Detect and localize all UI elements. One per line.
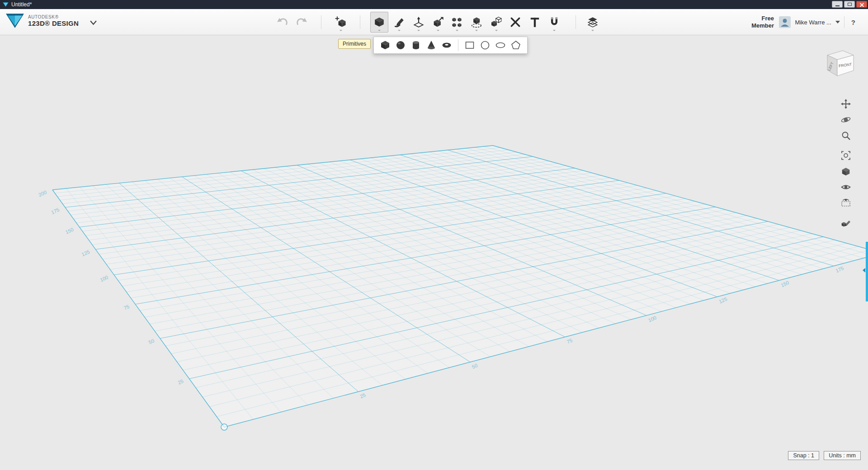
- membership-line1: Free: [751, 15, 774, 22]
- svg-text:50: 50: [471, 362, 478, 370]
- edit-material-button[interactable]: [840, 217, 852, 230]
- window-title: Untitled*: [11, 1, 32, 8]
- sketch-circle-button[interactable]: [477, 38, 493, 52]
- ellipse-icon: [495, 40, 506, 51]
- brand-autodesk: AUTODESK®: [28, 14, 79, 19]
- svg-text:25: 25: [359, 392, 366, 399]
- viewport-3d[interactable]: 2525505075751001001251251501501751752002…: [0, 35, 868, 470]
- svg-text:175: 175: [50, 207, 60, 215]
- minimize-icon: [835, 5, 840, 6]
- brand-123d-design: 123D® DESIGN: [28, 19, 79, 27]
- autodesk-123d-logo-icon: [5, 13, 24, 29]
- undo-button[interactable]: [274, 12, 292, 33]
- box-icon: [380, 40, 391, 51]
- svg-text:75: 75: [123, 304, 130, 311]
- torus-icon: [441, 40, 452, 51]
- viewport-edge-arrow-icon[interactable]: [863, 268, 865, 273]
- maximize-icon: [848, 3, 852, 6]
- pan-button[interactable]: [840, 98, 852, 110]
- svg-text:125: 125: [718, 296, 728, 304]
- visibility-button[interactable]: [840, 181, 852, 193]
- close-button[interactable]: [856, 1, 867, 8]
- transform-tool-button[interactable]: [332, 12, 350, 33]
- zoom-button[interactable]: [840, 129, 852, 142]
- modify-tool-button[interactable]: [429, 12, 447, 33]
- window-controls: [832, 1, 867, 8]
- primitives-tool-button[interactable]: [370, 12, 388, 33]
- snap-magnet-icon: [548, 16, 560, 28]
- svg-text:200: 200: [38, 189, 47, 197]
- sketch-ellipse-button[interactable]: [493, 38, 508, 52]
- redo-button[interactable]: [292, 12, 311, 33]
- main-menu-chevron-icon[interactable]: [90, 20, 97, 25]
- sketch-rectangle-button[interactable]: [462, 38, 477, 52]
- membership-status: Free Member: [751, 15, 774, 30]
- main-toolbar: AUTODESK® 123D® DESIGN: [0, 9, 868, 35]
- svg-text:25: 25: [177, 378, 184, 385]
- snap-tool-button[interactable]: [545, 12, 563, 33]
- brand-text: AUTODESK® 123D® DESIGN: [28, 14, 79, 27]
- svg-text:125: 125: [81, 249, 91, 257]
- orbit-button[interactable]: [840, 113, 852, 126]
- sketch-icon: [393, 16, 405, 28]
- combine-tool-button[interactable]: [487, 12, 505, 33]
- maximize-button[interactable]: [844, 1, 855, 8]
- sphere-icon: [395, 40, 406, 51]
- polygon-icon: [510, 40, 521, 51]
- sketch-tool-button[interactable]: [390, 12, 408, 33]
- help-button[interactable]: ?: [849, 19, 858, 26]
- text-tool-icon: [529, 16, 541, 28]
- grouping-tool-button[interactable]: [467, 12, 486, 33]
- svg-text:150: 150: [65, 226, 75, 235]
- workplane-grid[interactable]: 2525505075751001001251251501501751752002…: [0, 35, 868, 470]
- pattern-tool-button[interactable]: [448, 12, 466, 33]
- user-account-area: Mike Warre ... ?: [779, 9, 858, 35]
- redo-icon: [295, 17, 308, 28]
- measure-tool-button[interactable]: [506, 12, 524, 33]
- eye-icon: [841, 182, 851, 192]
- orbit-icon: [841, 115, 851, 125]
- primitive-box-button[interactable]: [377, 38, 393, 52]
- svg-text:100: 100: [647, 315, 657, 323]
- cone-icon: [426, 40, 437, 51]
- primitive-cone-button[interactable]: [424, 38, 439, 52]
- grouping-icon: [471, 16, 482, 28]
- view-cube[interactable]: LEFT FRONT: [822, 45, 858, 83]
- viewport-edge-indicator[interactable]: [866, 242, 868, 301]
- user-menu-chevron-icon[interactable]: [835, 21, 840, 24]
- primitive-sphere-button[interactable]: [393, 38, 408, 52]
- primitives-flyout: [373, 37, 528, 54]
- toolbar-separator: [360, 15, 360, 29]
- toolbar-separator: [844, 16, 844, 28]
- cylinder-icon: [410, 40, 421, 51]
- hidden-edges-button[interactable]: [840, 196, 852, 209]
- user-avatar[interactable]: [779, 16, 791, 28]
- titlebar: Untitled*: [0, 0, 868, 9]
- primitive-cylinder-button[interactable]: [408, 38, 424, 52]
- primitive-torus-button[interactable]: [439, 38, 454, 52]
- material-pencil-icon: [841, 218, 851, 228]
- minimize-button[interactable]: [832, 1, 843, 8]
- rectangle-icon: [464, 40, 475, 51]
- text-tool-button[interactable]: [526, 12, 544, 33]
- fit-view-icon: [841, 150, 851, 160]
- navigation-toolbar: [839, 98, 853, 230]
- app-logo-icon: [3, 2, 9, 7]
- circle-icon: [480, 40, 491, 51]
- construct-tool-button[interactable]: [410, 12, 428, 33]
- material-tool-button[interactable]: [584, 12, 602, 33]
- svg-text:50: 50: [148, 338, 155, 345]
- toolbar-separator: [576, 15, 576, 29]
- transform-icon: [335, 16, 347, 28]
- view-mode-button[interactable]: [840, 165, 852, 178]
- fit-view-button[interactable]: [840, 149, 852, 162]
- modify-icon: [432, 16, 444, 28]
- svg-text:150: 150: [780, 280, 790, 288]
- snap-setting[interactable]: Snap : 1: [788, 451, 819, 460]
- material-layers-icon: [587, 16, 599, 28]
- construct-icon: [413, 16, 425, 28]
- units-setting[interactable]: Units : mm: [824, 451, 861, 460]
- sketch-polygon-button[interactable]: [508, 38, 524, 52]
- pan-icon: [841, 99, 851, 109]
- user-name[interactable]: Mike Warre ...: [795, 19, 831, 26]
